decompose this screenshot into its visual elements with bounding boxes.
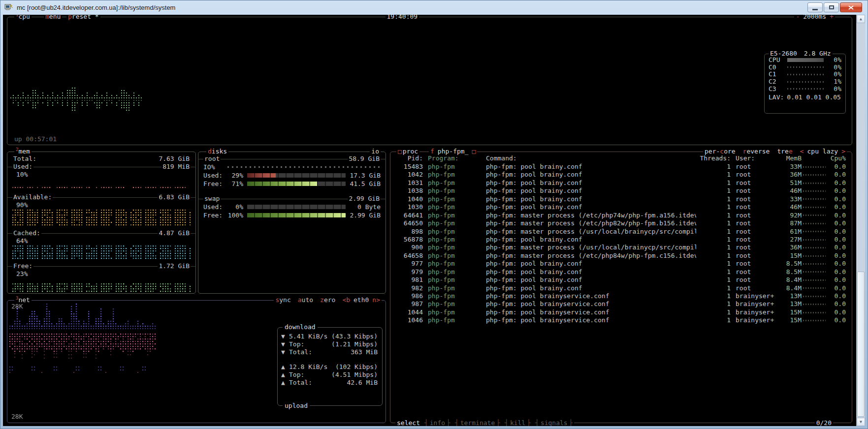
proc-mem: 8.5M [778,260,802,268]
proc-user: root [731,163,778,171]
terminate-action[interactable]: terminate [455,419,500,426]
titlebar[interactable]: mc [root@ub24.itdeveloper.com.ua]:/lib/s… [0,0,868,15]
interval-decrease-button[interactable]: - [796,15,800,21]
scrollbar-up-button[interactable]: ▲ [857,15,865,23]
net-scale-top: 28K [11,303,23,310]
proc-row[interactable]: 1042php-fpmphp-fpm: pool brainy.conf1roo… [395,171,847,179]
proc-cpu-graph [803,166,826,168]
menu-button[interactable]: menu [44,15,62,21]
sync-button[interactable]: sync [275,296,290,304]
proc-pid: 979 [395,268,423,276]
sort-mode: cpu lazy [807,148,838,155]
core-value: 0% [827,70,841,78]
core-label: C3 [769,85,784,93]
proc-row[interactable]: 15483php-fpmphp-fpm: pool brainy.conf1ro… [395,163,847,171]
proc-command: php-fpm: master process (/etc/php82w/php… [486,219,696,227]
proc-row[interactable]: 1046php-fpmphp-fpm: pool brainyservice.c… [395,316,847,324]
interface-prev-button[interactable]: <b [342,296,350,304]
tree-button[interactable]: tree [777,148,792,155]
kill-action[interactable]: kill [505,419,531,426]
proc-row[interactable]: 64650php-fpmphp-fpm: master process (/et… [395,219,847,227]
proc-program: php-fpm [423,276,486,284]
disks-io-toggle[interactable]: io [370,148,381,155]
auto-button[interactable]: auto [298,296,313,304]
proc-row[interactable]: 1038php-fpmphp-fpm: pool brainy.conf1roo… [395,187,847,195]
filter-hotkey[interactable]: f [430,148,434,155]
signals-action[interactable]: signals [535,419,573,426]
proc-mem: 27M [778,236,802,244]
proc-row[interactable]: 898php-fpmphp-fpm: master process (/usr/… [395,228,847,236]
preset-button[interactable]: preset * [66,15,100,21]
process-filter-input[interactable]: f php-fpm_ □ [429,148,477,155]
proc-row[interactable]: 1040php-fpmphp-fpm: pool brainy.conf1roo… [395,195,847,203]
maximize-button[interactable] [824,2,839,12]
sort-next-button[interactable]: > [841,148,845,155]
per-core-button[interactable]: per-core [705,148,736,155]
proc-row[interactable]: 1044php-fpmphp-fpm: pool brainyservice.c… [395,308,847,316]
proc-cpu-graph [803,296,826,297]
proc-cpu: 0.0 [827,268,847,276]
proc-pid: 1031 [395,179,423,187]
proc-row[interactable]: 64641php-fpmphp-fpm: master process (/et… [395,212,847,219]
proc-cpu: 0.0 [827,308,847,316]
scrollbar-thumb[interactable] [857,272,865,417]
proc-footer: select info terminate kill signals [395,419,574,426]
proc-row[interactable]: 981php-fpmphp-fpm: pool brainy.conf1root… [395,276,847,284]
proc-row[interactable]: 1030php-fpmphp-fpm: pool brainy.conf1roo… [395,203,847,211]
proc-command: php-fpm: pool brainy.conf [486,203,696,211]
reverse-button[interactable]: reverse [743,148,770,155]
net-box: 3net sync auto zero <b eth0 n> 28K 28K d… [7,300,386,423]
proc-row[interactable]: 64658php-fpmphp-fpm: master process (/et… [395,252,847,260]
proc-row[interactable]: 900php-fpmphp-fpm: master process (/usr/… [395,244,847,251]
mem-free-row: Free:1.72 GiB [12,262,191,270]
proc-buttons: per-core reverse tree < cpu lazy > [703,148,847,155]
mem-used-percent: 10% [12,171,191,179]
proc-cpu-graph [803,312,826,313]
download-top-row: ▼ Top: (1.21 Mibps) [281,340,378,348]
filter-clear-button[interactable]: □ [472,148,476,155]
proc-pid: 64658 [395,252,423,260]
proc-command: php-fpm: master process (/etc/php74w/php… [486,212,696,219]
proc-program: php-fpm [423,179,486,187]
proc-mem: 51M [778,179,802,187]
close-button[interactable] [840,2,862,12]
interface-next-button[interactable]: n> [372,296,380,304]
proc-row[interactable]: 979php-fpmphp-fpm: pool brainy.conf1root… [395,268,847,276]
proc-pid: 982 [395,284,423,292]
minimize-button[interactable] [807,2,823,12]
disk-swap-used-row: Used: 0% 0 Byte [203,203,381,211]
proc-mem: 92M [778,212,802,219]
proc-command: php-fpm: pool brainy.conf [486,163,696,171]
proc-row[interactable]: 977php-fpmphp-fpm: pool brainy.conf1root… [395,260,847,268]
proc-cpu-graph [803,263,826,265]
cpu-core-row: CPU0% [769,57,841,64]
proc-row[interactable]: 986php-fpmphp-fpm: pool brainyservice.co… [395,292,847,300]
mem-free-graph [12,283,191,293]
proc-row[interactable]: 56878php-fpmphp-fpm: pool brainy.conf1ro… [395,236,847,244]
proc-row[interactable]: 987php-fpmphp-fpm: pool brainyservice.co… [395,300,847,308]
mem-cached-percent: 64% [12,237,191,245]
scrollbar-down-button[interactable]: ▼ [857,418,865,426]
proc-cpu-graph [803,198,826,200]
interface-switcher: <b eth0 n> [342,296,380,304]
proc-program: php-fpm [423,300,486,308]
interval-increase-button[interactable]: + [830,15,834,21]
proc-mem: 36M [778,244,802,251]
zero-button[interactable]: zero [320,296,335,304]
proc-row[interactable]: 982php-fpmphp-fpm: pool brainy.conf1root… [395,284,847,292]
proc-user: root [731,252,778,260]
disk-swap-free-meter [247,213,346,217]
filter-text[interactable]: php-fpm_ [438,148,469,155]
proc-cpu: 0.0 [827,276,847,284]
select-action[interactable]: select [397,419,420,426]
proc-mem: 46M [778,187,802,195]
proc-program: php-fpm [423,195,486,203]
proc-command: php-fpm: pool brainy.conf [486,276,696,284]
proc-pid: 64641 [395,212,423,219]
proc-program: php-fpm [423,163,486,171]
proc-row[interactable]: 1031php-fpmphp-fpm: pool brainy.conf1roo… [395,179,847,187]
scrollbar[interactable]: ▲ ▼ [856,15,865,426]
sort-prev-button[interactable]: < [800,148,804,155]
info-action[interactable]: info [424,419,450,426]
cpu-box-label[interactable]: 1cpu [14,15,32,21]
